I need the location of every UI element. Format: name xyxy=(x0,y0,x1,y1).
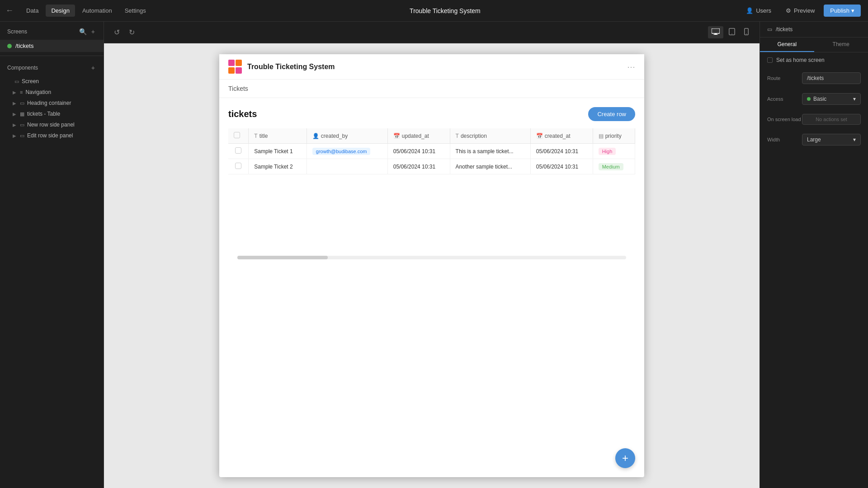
nav-data[interactable]: Data xyxy=(21,5,44,17)
back-button[interactable]: ← xyxy=(5,6,14,15)
nav-design[interactable]: Design xyxy=(46,5,75,17)
canvas-toolbar: ↺ ↻ xyxy=(104,22,760,43)
tree-item-screen[interactable]: ▭ Screen xyxy=(0,76,104,87)
cell-description: This is a sample ticket... xyxy=(450,144,530,159)
add-component-button[interactable]: + xyxy=(90,63,96,72)
navigation-icon: ≡ xyxy=(20,89,23,95)
tree-item-label: New row side panel xyxy=(27,122,75,128)
app-preview: Trouble Ticketing System ⋯ Tickets ticke… xyxy=(219,54,644,477)
route-label: Route xyxy=(767,75,780,81)
panel-header: ▭ /tickets xyxy=(760,22,868,38)
tree-item-label: tickets - Table xyxy=(27,111,60,117)
table-row[interactable]: Sample Ticket 1 growth@budibase.com 05/0… xyxy=(228,144,635,159)
heading-container-icon: ▭ xyxy=(20,100,24,106)
cell-title: Sample Ticket 1 xyxy=(249,144,307,159)
access-select[interactable]: Basic ▾ xyxy=(802,93,861,105)
home-screen-row: Set as home screen xyxy=(760,52,868,68)
cell-created-by: growth@budibase.com xyxy=(307,144,387,159)
panel-screen-path: /tickets xyxy=(776,26,793,33)
tree-item-new-row-panel[interactable]: ▶ ▭ New row side panel xyxy=(0,119,104,130)
create-row-button[interactable]: Create row xyxy=(588,107,635,121)
no-actions-value[interactable]: No actions set xyxy=(802,114,861,125)
edit-row-icon: ▭ xyxy=(20,133,24,139)
col-header-description: Tdescription xyxy=(450,128,530,144)
users-icon: 👤 xyxy=(746,7,753,14)
chevron-down-icon: ▾ xyxy=(853,96,856,102)
expand-icon: ▶ xyxy=(13,112,17,117)
tree-item-edit-row-panel[interactable]: ▶ ▭ Edit row side panel xyxy=(0,130,104,141)
svg-point-6 xyxy=(746,33,747,34)
new-row-icon: ▭ xyxy=(20,122,24,128)
nav-automation[interactable]: Automation xyxy=(77,5,118,17)
nav-settings[interactable]: Settings xyxy=(119,5,151,17)
access-label: Access xyxy=(767,96,783,102)
mobile-view-button[interactable] xyxy=(741,26,752,39)
panel-tabs: General Theme xyxy=(760,38,868,52)
cell-created-by xyxy=(307,159,387,174)
table-row[interactable]: Sample Ticket 2 05/06/2024 10:31 Another… xyxy=(228,159,635,174)
access-status-dot xyxy=(807,97,811,101)
preview-button[interactable]: ⚙ Preview xyxy=(780,5,820,17)
tablet-view-button[interactable] xyxy=(725,26,739,39)
col-header-created-by: 👤created_by xyxy=(307,128,387,144)
dots-menu-icon[interactable]: ⋯ xyxy=(627,62,635,72)
cell-description: Another sample ticket... xyxy=(450,159,530,174)
table-icon: ▦ xyxy=(20,111,24,117)
width-select[interactable]: Large ▾ xyxy=(802,134,861,145)
cell-title: Sample Ticket 2 xyxy=(249,159,307,174)
on-screen-load-row: On screen load No actions set xyxy=(760,109,868,129)
on-screen-load-label: On screen load xyxy=(767,117,801,122)
logo-icon xyxy=(228,60,243,74)
search-button[interactable]: 🔍 xyxy=(78,27,88,36)
chevron-down-icon: ▾ xyxy=(853,136,856,143)
row-checkbox[interactable] xyxy=(228,144,249,159)
route-input[interactable] xyxy=(802,72,861,84)
tab-general[interactable]: General xyxy=(760,38,814,52)
tree-item-tickets-table[interactable]: ▶ ▦ tickets - Table xyxy=(0,108,104,119)
app-name: Trouble Ticketing System xyxy=(247,63,335,71)
table-header-row: tickets Create row xyxy=(228,107,635,121)
chevron-down-icon: ▾ xyxy=(851,7,854,14)
row-checkbox[interactable] xyxy=(228,159,249,174)
top-nav: Data Design Automation Settings xyxy=(21,5,151,17)
table-title: tickets xyxy=(228,109,257,119)
cell-created-at: 05/06/2024 10:31 xyxy=(530,159,593,174)
undo-button[interactable]: ↺ xyxy=(111,26,123,38)
sidebar-divider xyxy=(0,56,104,56)
access-row: Access Basic ▾ xyxy=(760,89,868,109)
screen-item-label: /tickets xyxy=(15,42,33,49)
publish-label: Publish xyxy=(830,7,849,14)
add-screen-button[interactable]: + xyxy=(90,27,96,36)
horizontal-scrollbar[interactable] xyxy=(237,256,626,259)
users-label: Users xyxy=(756,7,771,14)
app-nav: Tickets xyxy=(219,80,644,98)
users-button[interactable]: 👤 Users xyxy=(741,5,777,17)
tree-item-navigation[interactable]: ▶ ≡ Navigation xyxy=(0,87,104,98)
cell-priority: Medium xyxy=(593,159,635,174)
home-screen-checkbox[interactable] xyxy=(767,57,773,63)
access-value: Basic xyxy=(813,96,826,102)
fab-button[interactable]: + xyxy=(615,448,635,468)
preview-label: Preview xyxy=(794,7,815,14)
expand-icon: ▶ xyxy=(13,90,17,95)
tree-item-heading-container[interactable]: ▶ ▭ Heading container xyxy=(0,98,104,108)
nav-tickets[interactable]: Tickets xyxy=(228,85,248,92)
tab-theme[interactable]: Theme xyxy=(814,38,868,52)
components-section-header: Components + xyxy=(0,60,104,76)
col-header-updated-at: 📅updated_at xyxy=(387,128,450,144)
cell-updated-at: 05/06/2024 10:31 xyxy=(387,144,450,159)
cell-priority: High xyxy=(593,144,635,159)
expand-icon: ▶ xyxy=(13,133,17,138)
left-sidebar: Screens 🔍 + /tickets Components + ▭ Scre… xyxy=(0,22,104,488)
redo-button[interactable]: ↻ xyxy=(126,26,137,38)
desktop-view-button[interactable] xyxy=(708,26,723,38)
checkbox-header xyxy=(228,128,249,144)
screens-section-header: Screens 🔍 + xyxy=(0,22,104,40)
svg-point-4 xyxy=(731,33,732,34)
screens-title: Screens xyxy=(7,28,27,35)
publish-button[interactable]: Publish ▾ xyxy=(824,5,861,17)
screen-item-tickets[interactable]: /tickets xyxy=(0,40,104,52)
tree-item-label: Heading container xyxy=(27,100,71,106)
screen-icon: ▭ xyxy=(14,79,19,84)
preview-icon: ⚙ xyxy=(786,7,791,14)
